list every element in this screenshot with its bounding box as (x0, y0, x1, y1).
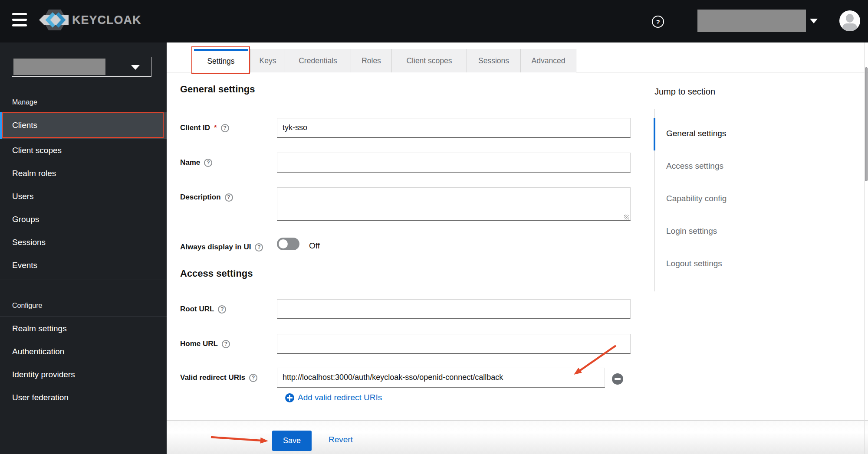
configure-nav-list: Realm settings Authentication Identity p… (0, 317, 167, 409)
home-url-input[interactable] (277, 334, 631, 354)
tab-credentials[interactable]: Credentials (285, 49, 351, 72)
sidebar-item-groups[interactable]: Groups (0, 208, 167, 231)
sidebar-item-identity-providers[interactable]: Identity providers (0, 363, 167, 386)
sidebar-item-user-federation[interactable]: User federation (0, 386, 167, 409)
avatar-head (846, 14, 854, 23)
avatar-body (842, 23, 857, 31)
label-text: Description (180, 193, 221, 202)
help-icon[interactable]: ? (221, 124, 229, 132)
valid-redirect-input[interactable] (277, 368, 605, 388)
tab-keys[interactable]: Keys (250, 49, 285, 72)
tab-advanced[interactable]: Advanced (521, 49, 576, 72)
label-text: Always display in UI (180, 243, 251, 251)
jump-link-login-settings[interactable]: Login settings (666, 215, 727, 247)
sidebar: Manage Clients Client scopes Realm roles… (0, 42, 167, 454)
general-settings-heading: General settings (180, 84, 255, 95)
jump-link-list: General settings Access settings Capabil… (666, 117, 727, 280)
root-url-input[interactable] (277, 299, 631, 319)
chevron-down-icon[interactable] (131, 65, 140, 70)
jump-link-access-settings[interactable]: Access settings (666, 150, 727, 182)
keycloak-logo: KEYCLOAK (38, 9, 141, 31)
sidebar-divider (0, 87, 167, 87)
tab-roles[interactable]: Roles (351, 49, 392, 72)
name-label: Name ? (180, 157, 212, 168)
jump-to-section-title: Jump to section (654, 87, 715, 97)
label-text: Client ID (180, 124, 210, 132)
avatar[interactable] (839, 10, 860, 31)
sidebar-item-users[interactable]: Users (0, 185, 167, 208)
always-display-toggle[interactable] (277, 238, 299, 250)
revert-button[interactable]: Revert (329, 435, 353, 444)
plus-circle-icon (285, 393, 294, 402)
label-text: Root URL (180, 305, 214, 314)
tab-settings[interactable]: Settings (194, 49, 248, 73)
help-glyph: ? (656, 18, 660, 26)
toggle-state-label: Off (309, 241, 320, 251)
sidebar-item-sessions[interactable]: Sessions (0, 231, 167, 254)
menu-toggle-icon[interactable] (12, 12, 28, 30)
client-id-input[interactable] (277, 118, 631, 138)
sidebar-item-realm-roles[interactable]: Realm roles (0, 162, 167, 185)
help-icon[interactable]: ? (218, 305, 226, 314)
nav-group-manage: Manage (12, 98, 37, 106)
sidebar-item-realm-settings[interactable]: Realm settings (0, 317, 167, 340)
hamburger-bar (12, 19, 27, 21)
toggle-knob (279, 239, 288, 248)
scrollbar-thumb[interactable] (865, 67, 868, 181)
sidebar-item-authentication[interactable]: Authentication (0, 340, 167, 363)
redacted-realm-name (13, 59, 105, 75)
sidebar-divider (0, 280, 167, 280)
label-text: Name (180, 158, 200, 167)
help-glyph: ? (223, 125, 226, 131)
sidebar-item-clients[interactable]: Clients (0, 112, 167, 139)
jump-link-logout-settings[interactable]: Logout settings (666, 247, 727, 280)
jump-link-general-settings[interactable]: General settings (666, 117, 727, 150)
sidebar-item-label: Clients (12, 112, 37, 139)
hamburger-bar (12, 13, 27, 15)
add-redirect-uri-button[interactable]: Add valid redirect URIs (285, 393, 382, 402)
required-asterisk: * (214, 124, 217, 132)
jump-active-bar (654, 118, 655, 150)
help-glyph: ? (227, 194, 230, 200)
keycloak-logo-icon (38, 9, 70, 31)
hamburger-bar (12, 24, 27, 26)
nav-group-configure: Configure (12, 302, 42, 310)
chevron-down-icon[interactable] (810, 19, 818, 23)
minus-glyph (615, 378, 621, 380)
tab-sessions[interactable]: Sessions (467, 49, 521, 72)
keycloak-admin-console: KEYCLOAK ? Manage Clients Client scopes … (0, 0, 868, 454)
home-url-label: Home URL ? (180, 339, 230, 349)
masthead: KEYCLOAK ? (0, 0, 868, 42)
save-button[interactable]: Save (272, 431, 312, 451)
sidebar-item-events[interactable]: Events (0, 254, 167, 277)
help-glyph: ? (207, 160, 210, 166)
help-icon[interactable]: ? (255, 243, 263, 251)
name-input[interactable] (277, 153, 631, 173)
help-icon[interactable]: ? (225, 193, 233, 202)
always-display-label: Always display in UI ? (180, 242, 263, 252)
help-icon[interactable]: ? (222, 340, 230, 348)
scrollbar-track[interactable] (864, 42, 865, 454)
redacted-username[interactable] (697, 10, 806, 32)
help-icon[interactable]: ? (249, 374, 257, 382)
help-glyph: ? (220, 306, 224, 312)
brand-title: KEYCLOAK (72, 13, 141, 27)
tab-client-scopes[interactable]: Client scopes (392, 49, 467, 72)
description-textarea[interactable] (277, 187, 631, 221)
client-id-label: Client ID * ? (180, 123, 229, 133)
root-url-label: Root URL ? (180, 304, 226, 314)
add-redirect-label: Add valid redirect URIs (298, 393, 382, 402)
access-settings-heading: Access settings (180, 268, 253, 279)
realm-selector[interactable] (12, 57, 151, 77)
valid-redirect-label: Valid redirect URIs ? (180, 372, 257, 383)
jump-link-capability-config[interactable]: Capability config (666, 182, 727, 215)
help-glyph: ? (224, 341, 227, 347)
resize-handle-icon[interactable] (624, 215, 629, 219)
help-icon[interactable]: ? (204, 159, 212, 167)
remove-redirect-uri-icon[interactable] (612, 373, 623, 385)
help-icon[interactable]: ? (652, 16, 664, 28)
sidebar-item-client-scopes[interactable]: Client scopes (0, 139, 167, 162)
label-text: Home URL (180, 340, 218, 348)
description-label: Description ? (180, 192, 233, 203)
help-glyph: ? (257, 244, 260, 250)
